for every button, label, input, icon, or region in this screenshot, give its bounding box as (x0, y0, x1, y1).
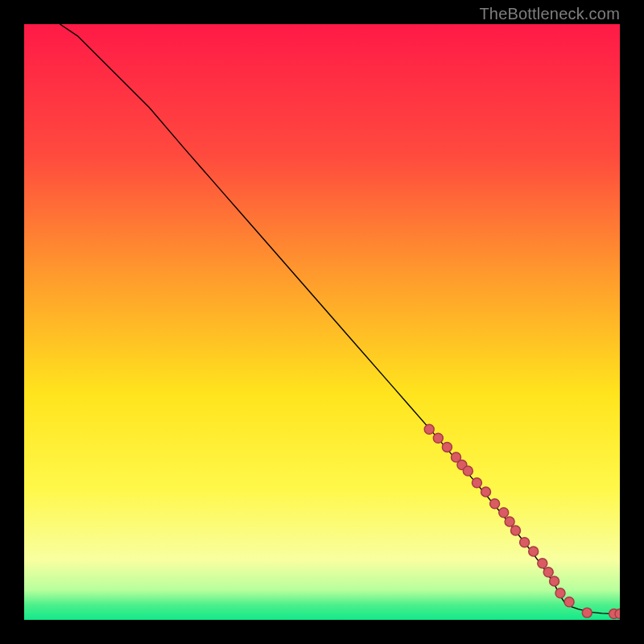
curve-path (60, 24, 620, 614)
marker-point (555, 588, 565, 598)
marker-point (582, 608, 592, 617)
plot-area (24, 24, 620, 620)
marker-point (490, 499, 500, 509)
marker-point (505, 517, 514, 526)
marker-point (424, 424, 434, 434)
chart-svg (24, 24, 620, 620)
attribution-text: TheBottleneck.com (479, 5, 620, 23)
marker-point (472, 478, 481, 488)
marker-point (433, 433, 443, 443)
marker-point (538, 559, 547, 568)
marker-point (511, 526, 521, 535)
marker-point (481, 487, 491, 497)
marker-point (615, 609, 620, 619)
marker-point (463, 466, 473, 476)
marker-point (442, 442, 452, 452)
marker-point (499, 508, 509, 518)
chart-frame: TheBottleneck.com (0, 0, 644, 644)
marker-point (520, 538, 530, 547)
marker-point (564, 597, 574, 607)
marker-point (529, 547, 539, 556)
marker-point (543, 568, 553, 577)
marker-point (550, 576, 559, 586)
marker-group (424, 424, 620, 618)
